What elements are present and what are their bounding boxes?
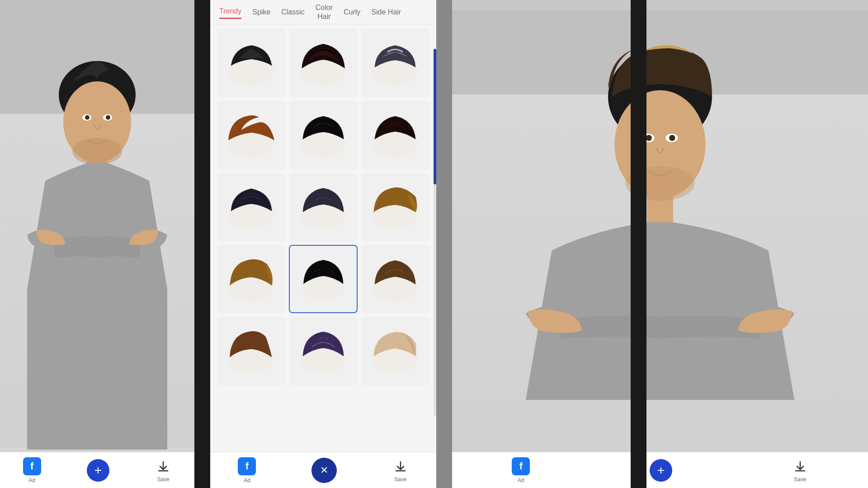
left-ad-button[interactable]: f Ad <box>23 457 41 483</box>
right-save-icon <box>792 458 808 474</box>
right-save-button[interactable]: Save <box>792 458 808 483</box>
hair-item-5[interactable] <box>289 101 357 169</box>
center-close-icon: ✕ <box>311 458 337 483</box>
tab-curly[interactable]: Curly <box>344 6 360 18</box>
left-person-figure <box>0 0 194 488</box>
center-close-button[interactable]: ✕ <box>311 458 337 483</box>
left-add-icon: + <box>87 459 109 482</box>
center-facebook-icon: f <box>238 457 256 475</box>
right-ad-button[interactable]: f Ad <box>512 457 530 483</box>
hair-item-12[interactable] <box>361 245 429 313</box>
svg-point-9 <box>106 115 110 120</box>
hair-style-grid <box>210 24 436 390</box>
right-person-figure <box>452 0 868 488</box>
hair-item-9[interactable] <box>361 173 429 241</box>
hair-item-10[interactable] <box>217 245 285 313</box>
right-bottom-toolbar: f Ad + Save <box>452 452 868 488</box>
hair-item-15[interactable] <box>361 317 429 385</box>
svg-rect-5 <box>27 287 167 450</box>
svg-point-8 <box>85 115 90 120</box>
left-bottom-toolbar: f Ad + Save <box>0 452 194 488</box>
center-ad-label: Ad <box>244 477 250 483</box>
right-add-button[interactable]: + <box>650 459 672 482</box>
scrollbar-track <box>434 49 436 416</box>
hair-item-2[interactable] <box>289 29 357 97</box>
center-save-button[interactable]: Save <box>392 458 409 483</box>
hair-item-7[interactable] <box>217 173 285 241</box>
hair-item-4[interactable] <box>217 101 285 169</box>
right-ad-label: Ad <box>518 477 524 483</box>
right-add-icon: + <box>650 459 672 482</box>
svg-point-4 <box>72 138 122 165</box>
center-save-label: Save <box>394 476 406 483</box>
center-ad-button[interactable]: f Ad <box>238 457 256 483</box>
right-save-label: Save <box>794 476 806 483</box>
tab-spike[interactable]: Spike <box>252 6 270 18</box>
scrollbar-thumb[interactable] <box>434 49 436 184</box>
left-facebook-icon: f <box>23 457 41 475</box>
hair-item-8[interactable] <box>289 173 357 241</box>
nav-tabs: Trendy Spike Classic ColorHair Curly Sid… <box>210 0 436 24</box>
svg-point-33 <box>669 135 675 141</box>
tab-color-hair[interactable]: ColorHair <box>316 1 333 22</box>
hair-item-1[interactable] <box>217 29 285 97</box>
left-ad-label: Ad <box>28 477 35 483</box>
hair-item-3[interactable] <box>361 29 429 97</box>
left-save-icon <box>155 458 171 474</box>
right-facebook-icon: f <box>512 457 530 475</box>
tab-side-hair[interactable]: Side Hair <box>371 6 401 18</box>
center-save-icon <box>392 458 409 474</box>
hair-item-13[interactable] <box>217 317 285 385</box>
center-bottom-toolbar: f Ad ✕ Save <box>210 452 436 488</box>
tab-classic[interactable]: Classic <box>281 6 305 18</box>
hair-item-14[interactable] <box>289 317 357 385</box>
right-panel: f Ad + Save <box>452 0 868 488</box>
tab-trendy[interactable]: Trendy <box>219 5 241 19</box>
left-add-button[interactable]: + <box>87 459 109 482</box>
left-save-label: Save <box>157 476 170 483</box>
center-panel: Trendy Spike Classic ColorHair Curly Sid… <box>210 0 436 488</box>
left-panel: f Ad + Save <box>0 0 194 488</box>
hair-item-11[interactable] <box>289 245 357 313</box>
hair-item-6[interactable] <box>361 101 429 169</box>
svg-point-32 <box>646 135 651 141</box>
left-save-button[interactable]: Save <box>155 458 171 483</box>
